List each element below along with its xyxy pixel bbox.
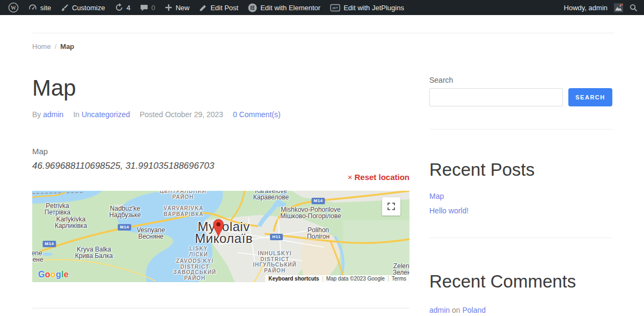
google-map-embed[interactable]: PetrivkaПетрівкаKarlykivkaКарликівкаNadb… — [32, 191, 409, 282]
map-marker-pin-icon[interactable] — [211, 218, 225, 237]
howdy-account-link[interactable]: Howdy, admin — [564, 4, 608, 12]
update-icon — [115, 3, 123, 12]
jetplugins-icon: JET — [330, 3, 340, 12]
dashboard-icon — [28, 3, 37, 12]
admin-bar-item-label: Edit with Elementor — [260, 4, 320, 12]
map-field-label: Map — [32, 147, 409, 156]
map-attribution: Keyboard shortcutsMap data ©2023 GoogleT… — [265, 275, 409, 282]
admin-bar-item-edit-elementor[interactable]: Edit with Elementor — [243, 0, 325, 15]
road-badge-m14: M14 — [118, 224, 131, 231]
recent-comments-title: Recent Comments — [429, 271, 612, 292]
close-icon: × — [348, 173, 353, 182]
admin-bar-item-wp-logo[interactable]: W — [3, 0, 24, 15]
breadcrumb-current: Map — [60, 42, 74, 51]
wp-admin-bar: WsiteCustomize40NewEdit PostEdit with El… — [0, 0, 644, 15]
road-badge-h11: H11 — [270, 234, 283, 240]
breadcrumb-separator: / — [55, 42, 57, 51]
breadcrumb-home-link[interactable]: Home — [32, 42, 51, 51]
admin-bar-account: Howdy, admin — [564, 0, 644, 15]
posted-date: Posted October 29, 2023 — [140, 110, 223, 119]
search-widget-label: Search — [429, 76, 612, 84]
admin-bar-item-label: 4 — [127, 4, 130, 12]
admin-search-icon[interactable] — [630, 4, 638, 12]
map-data-label: Map data ©2023 Google — [323, 276, 388, 282]
reset-location-label: Reset location — [354, 173, 409, 182]
admin-bar-item-label: site — [40, 4, 51, 12]
road-badge-m14: M14 — [311, 198, 325, 204]
plus-icon — [165, 4, 172, 11]
road-badge-m14: M14 — [42, 241, 56, 247]
admin-bar-item-customize[interactable]: Customize — [56, 0, 109, 15]
admin-bar-menu: WsiteCustomize40NewEdit PostEdit with El… — [0, 0, 409, 15]
sidebar-divider — [429, 129, 612, 130]
avatar[interactable] — [614, 3, 623, 12]
recent-posts-list: MapHello world! — [429, 192, 612, 215]
admin-bar-item-edit-jetplugins[interactable]: JETEdit with JetPlugins — [325, 0, 409, 15]
reset-row: ×Reset location — [32, 173, 409, 182]
comment-author-link[interactable]: admin — [429, 306, 450, 314]
svg-text:W: W — [11, 5, 16, 11]
content-divider — [32, 308, 409, 308]
admin-bar-item-label: Customize — [72, 4, 105, 12]
meta-in-label: In — [73, 110, 79, 119]
page-title: Map — [32, 76, 409, 100]
reset-location-link[interactable]: ×Reset location — [348, 173, 409, 182]
header-divider — [32, 33, 614, 33]
sidebar: Search SEARCH Recent Posts MapHello worl… — [429, 76, 612, 314]
elementor-icon — [248, 3, 257, 12]
admin-bar-item-site[interactable]: site — [24, 0, 56, 15]
pencil-icon — [199, 4, 207, 12]
comments-link[interactable]: 0 Comment(s) — [233, 110, 281, 119]
wordpress-logo-icon: W — [8, 2, 19, 13]
recent-post-link[interactable]: Hello world! — [429, 206, 612, 215]
meta-by-label: By — [32, 110, 41, 119]
admin-bar-item-updates[interactable]: 4 — [110, 0, 135, 15]
post-content: Map By admin In Uncategorized Posted Oct… — [32, 76, 409, 314]
admin-bar-item-label: 0 — [151, 4, 155, 12]
search-button[interactable]: SEARCH — [568, 88, 612, 106]
recent-post-link[interactable]: Map — [429, 192, 612, 200]
recent-posts-title: Recent Posts — [429, 160, 612, 180]
author-link[interactable]: admin — [43, 110, 63, 119]
brush-icon — [61, 4, 69, 12]
admin-bar-item-label: Edit Post — [210, 4, 238, 12]
post-meta: By admin In Uncategorized Posted October… — [32, 110, 409, 119]
admin-bar-item-edit-post[interactable]: Edit Post — [194, 0, 243, 15]
search-input[interactable] — [429, 88, 563, 106]
keyboard-shortcuts-link[interactable]: Keyboard shortcuts — [265, 276, 322, 282]
comment-on-label: on — [452, 306, 460, 314]
admin-bar-item-comments[interactable]: 0 — [135, 0, 160, 15]
google-logo[interactable]: Google — [38, 270, 69, 279]
terms-link[interactable]: Terms — [388, 276, 409, 282]
category-link[interactable]: Uncategorized — [82, 110, 130, 119]
comment-post-link[interactable]: Poland — [463, 306, 486, 314]
admin-bar-item-label: New — [175, 4, 189, 12]
comment-icon — [140, 4, 148, 12]
sidebar-divider — [429, 238, 612, 238]
breadcrumb: Home/Map — [32, 42, 612, 51]
admin-bar-item-label: Edit with JetPlugins — [343, 4, 404, 12]
admin-bar-item-new[interactable]: New — [160, 0, 194, 15]
map-fullscreen-button[interactable] — [382, 197, 400, 216]
recent-comment-item: admin on Poland — [429, 306, 612, 314]
svg-text:JET: JET — [332, 6, 339, 10]
map-coordinates: 46.969688110698525, 31.991035188696703 — [32, 161, 409, 171]
